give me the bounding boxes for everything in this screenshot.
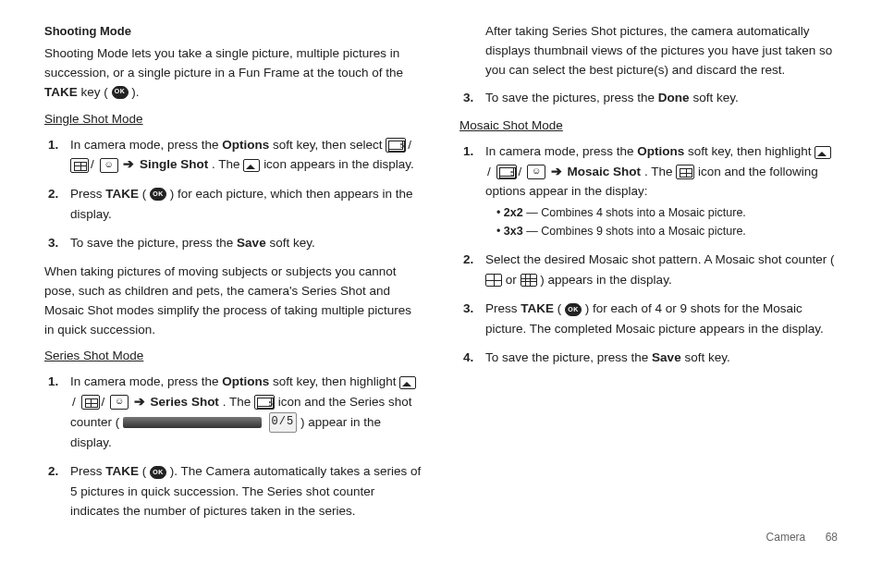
footer-section: Camera bbox=[766, 531, 806, 544]
take-label: TAKE bbox=[105, 187, 139, 201]
series-icon bbox=[254, 395, 275, 410]
take-label: TAKE bbox=[521, 301, 554, 315]
grid-3x3-icon bbox=[521, 274, 537, 287]
text: Press bbox=[70, 464, 105, 478]
series-shot-steps-cont: 3. To save the pictures, press the Done … bbox=[459, 88, 838, 108]
step-number: 2. bbox=[463, 250, 473, 270]
mosaic-options-list: 2x2 — Combines 4 shots into a Mosaic pic… bbox=[485, 203, 838, 240]
series-shot-heading: Series Shot Mode bbox=[44, 347, 423, 366]
take-label: TAKE bbox=[44, 85, 78, 99]
text: . The bbox=[223, 395, 254, 409]
page-number: 68 bbox=[826, 531, 838, 544]
step-number: 1. bbox=[463, 141, 473, 162]
step: 1. In camera mode, press the Options sof… bbox=[70, 372, 423, 452]
arrow-icon bbox=[549, 165, 564, 178]
step-number: 3. bbox=[463, 299, 473, 319]
text: Press bbox=[485, 301, 521, 315]
single-shot-icon bbox=[243, 159, 260, 172]
mosaic-icon bbox=[81, 395, 100, 410]
text: ) appears in the display. bbox=[540, 273, 671, 287]
save-label: Save bbox=[652, 350, 681, 364]
step: 2. Press TAKE ( ) for each picture, whic… bbox=[70, 184, 423, 224]
mosaic-shot-label: Mosaic Shot bbox=[568, 165, 642, 178]
arrow-icon bbox=[132, 395, 147, 409]
step: 1. In camera mode, press the Options sof… bbox=[485, 141, 838, 240]
single-shot-icon bbox=[815, 146, 831, 159]
step-number: 3. bbox=[463, 88, 473, 108]
step: 3. To save the picture, press the Save s… bbox=[70, 233, 423, 253]
text: Shooting Mode lets you take a single pic… bbox=[44, 46, 403, 80]
options-label: Options bbox=[222, 374, 269, 388]
list-item: 2x2 — Combines 4 shots into a Mosaic pic… bbox=[496, 203, 838, 222]
step-number: 3. bbox=[48, 233, 58, 253]
mosaic-shot-steps: 1. In camera mode, press the Options sof… bbox=[459, 141, 838, 368]
text: ( bbox=[142, 464, 147, 478]
option-label: 3x3 bbox=[504, 225, 523, 238]
text: ( bbox=[142, 187, 147, 201]
text: Press bbox=[70, 187, 105, 201]
text: Select the desired Mosaic shot pattern. … bbox=[485, 252, 834, 266]
text: soft key, then select bbox=[273, 138, 386, 152]
grid-2x2-icon bbox=[485, 274, 502, 287]
text: — Combines 9 shots into a Mosaic picture… bbox=[526, 225, 746, 238]
text: icon appears in the display. bbox=[263, 157, 414, 171]
funframe-icon bbox=[110, 395, 129, 410]
step: 4. To save the picture, press the Save s… bbox=[485, 348, 838, 368]
single-shot-icon bbox=[399, 376, 416, 389]
text: or bbox=[506, 273, 521, 287]
list-item: 3x3 — Combines 9 shots into a Mosaic pic… bbox=[496, 222, 838, 240]
step-number: 4. bbox=[463, 348, 473, 368]
step: 1. In camera mode, press the Options sof… bbox=[70, 135, 423, 175]
text: In camera mode, press the bbox=[70, 138, 222, 152]
text: soft key, then highlight bbox=[688, 144, 815, 158]
text: ). bbox=[131, 85, 139, 99]
save-label: Save bbox=[237, 236, 266, 250]
step: 2. Select the desired Mosaic shot patter… bbox=[485, 250, 838, 289]
series-icon bbox=[496, 165, 517, 179]
mosaic-shot-heading: Mosaic Shot Mode bbox=[459, 116, 838, 136]
ok-key-icon bbox=[112, 86, 129, 99]
options-label: Options bbox=[637, 144, 684, 158]
step-number: 2. bbox=[48, 184, 58, 204]
single-shot-steps: 1. In camera mode, press the Options sof… bbox=[44, 135, 423, 253]
funframe-icon bbox=[100, 158, 118, 173]
text: To save the picture, press the bbox=[485, 350, 652, 364]
counter-bar-icon bbox=[123, 417, 262, 428]
step: 2. Press TAKE ( ). The Camera automatica… bbox=[70, 461, 423, 521]
option-label: 2x2 bbox=[504, 206, 523, 219]
arrow-icon bbox=[121, 157, 136, 171]
single-shot-label: Single Shot bbox=[140, 157, 208, 171]
mosaic-icon bbox=[70, 158, 89, 173]
text: soft key, then highlight bbox=[273, 374, 399, 388]
text: . The bbox=[644, 165, 676, 178]
counter-value: 0/5 bbox=[269, 412, 298, 432]
single-shot-heading: Single Shot Mode bbox=[44, 110, 423, 129]
text: ( bbox=[557, 301, 562, 315]
ok-key-icon bbox=[150, 188, 166, 201]
series-after-paragraph: After taking Series Shot pictures, the c… bbox=[485, 22, 838, 80]
series-icon bbox=[386, 138, 406, 153]
intro-paragraph: Shooting Mode lets you take a single pic… bbox=[44, 44, 423, 103]
text: key ( bbox=[81, 85, 108, 99]
mosaic-icon bbox=[676, 165, 694, 179]
series-shot-steps: 1. In camera mode, press the Options sof… bbox=[44, 372, 423, 521]
text: soft key. bbox=[269, 236, 314, 250]
text: . The bbox=[212, 157, 243, 171]
funframe-icon bbox=[527, 165, 545, 179]
text: In camera mode, press the bbox=[485, 144, 637, 158]
ok-key-icon bbox=[150, 466, 166, 479]
ok-key-icon bbox=[565, 303, 582, 316]
section-heading: Shooting Mode bbox=[44, 22, 423, 41]
text: In camera mode, press the bbox=[70, 374, 222, 388]
take-label: TAKE bbox=[105, 464, 139, 478]
options-label: Options bbox=[222, 138, 269, 152]
page-footer: Camera 68 bbox=[0, 527, 882, 544]
text: soft key. bbox=[684, 350, 729, 364]
text: To save the picture, press the bbox=[70, 236, 237, 250]
step-number: 2. bbox=[48, 461, 58, 482]
text: soft key. bbox=[692, 91, 738, 104]
step-number: 1. bbox=[48, 372, 58, 392]
step: 3. To save the pictures, press the Done … bbox=[485, 88, 838, 108]
step: 3. Press TAKE ( ) for each of 4 or 9 sho… bbox=[485, 299, 838, 338]
text: — Combines 4 shots into a Mosaic picture… bbox=[526, 206, 746, 219]
